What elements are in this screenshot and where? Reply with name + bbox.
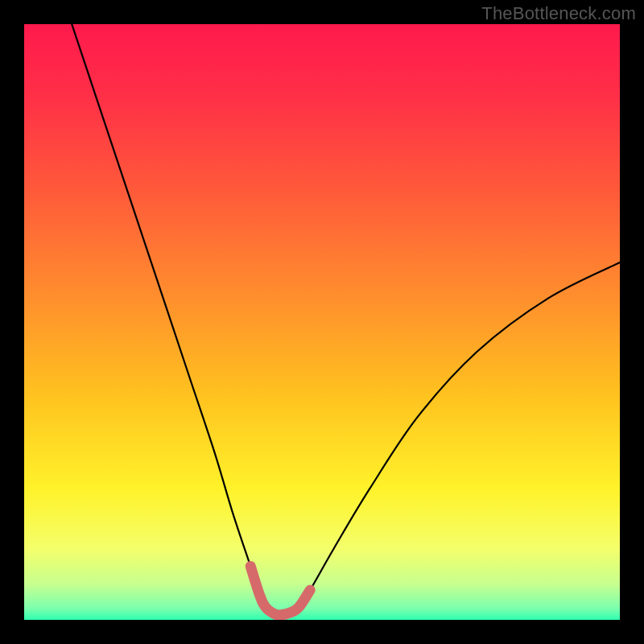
bottleneck-curve [24, 24, 620, 620]
curve-bottom-highlight [250, 566, 310, 615]
chart-frame: TheBottleneck.com [0, 0, 644, 644]
watermark-label: TheBottleneck.com [481, 3, 636, 24]
plot-area [24, 24, 620, 620]
curve-line [72, 24, 620, 615]
